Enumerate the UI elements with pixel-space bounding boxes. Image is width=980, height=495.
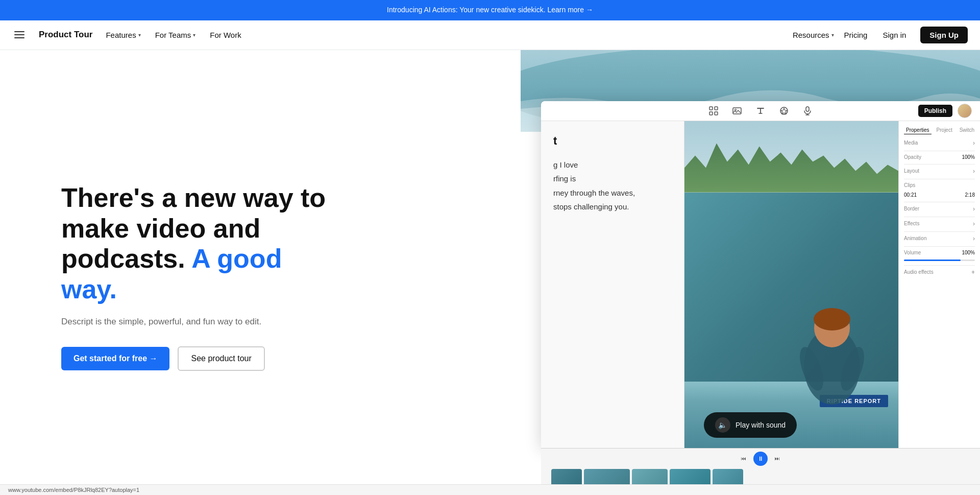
grid-icon[interactable] xyxy=(708,105,719,116)
divider-8 xyxy=(904,265,975,266)
props-volume-row: Volume 100% xyxy=(904,250,975,255)
hamburger-menu-button[interactable] xyxy=(12,29,27,40)
divider-6 xyxy=(904,231,975,232)
transcript-panel[interactable]: t g I love rfing is rney through the wav… xyxy=(541,121,684,448)
banner-learn-more-link[interactable]: Learn more → xyxy=(547,6,593,14)
properties-tab[interactable]: Properties xyxy=(904,126,932,134)
svg-rect-4 xyxy=(709,112,713,115)
layout-expand-icon[interactable]: › xyxy=(973,168,975,175)
nav-pricing-link[interactable]: Pricing xyxy=(843,29,869,41)
publish-button[interactable]: Publish xyxy=(918,105,952,117)
main-content: There's a new way to make video and podc… xyxy=(0,50,980,495)
get-started-button[interactable]: Get started for free → xyxy=(61,347,169,370)
hero-section: There's a new way to make video and podc… xyxy=(61,152,326,402)
svg-rect-3 xyxy=(715,107,718,110)
hero-heading-line4-blue: way. xyxy=(61,274,117,304)
props-opacity-row: Opacity 100% xyxy=(904,154,975,160)
transcript-line-4: stops challenging you. xyxy=(553,200,672,214)
hero-heading-line3-blue: A good xyxy=(191,244,282,273)
play-sound-label: Play with sound xyxy=(736,421,786,429)
editor-window: Publish t g I love rfing is rney through… xyxy=(541,101,980,448)
resources-chevron-icon: ▾ xyxy=(831,32,834,38)
features-chevron-icon: ▾ xyxy=(138,32,141,38)
hero-heading-line3-plain: podcasts. xyxy=(61,244,185,273)
svg-point-7 xyxy=(735,109,737,110)
hero-heading: There's a new way to make video and podc… xyxy=(61,183,326,305)
svg-rect-6 xyxy=(733,108,741,114)
divider-5 xyxy=(904,217,975,217)
for-teams-chevron-icon: ▾ xyxy=(193,32,195,38)
props-animation-row: Animation › xyxy=(904,235,975,242)
svg-rect-5 xyxy=(715,112,718,115)
divider-4 xyxy=(904,202,975,202)
text-icon[interactable] xyxy=(755,105,766,116)
navbar-left: Product Tour Features ▾ For Teams ▾ For … xyxy=(12,29,242,41)
shape-icon[interactable] xyxy=(778,105,790,116)
divider-2 xyxy=(904,164,975,164)
surfer-figure xyxy=(781,295,883,417)
signin-button[interactable]: Sign in xyxy=(876,28,912,42)
divider-7 xyxy=(904,246,975,247)
hero-heading-line1: There's a new way to xyxy=(61,183,326,213)
timeline-forward-button[interactable]: ⏭ xyxy=(772,453,783,464)
volume-bar[interactable] xyxy=(904,260,975,261)
user-avatar xyxy=(958,104,972,118)
nav-for-teams-link[interactable]: For Teams ▾ xyxy=(154,29,197,41)
timeline-pause-button[interactable]: ⏸ xyxy=(753,452,768,466)
hero-buttons: Get started for free → See product tour xyxy=(61,346,326,371)
divider-1 xyxy=(904,151,975,151)
props-clips-time-row: 00:21 2:18 xyxy=(904,192,975,198)
speaker-icon: 🔈 xyxy=(715,417,730,433)
svg-rect-2 xyxy=(709,107,713,110)
nav-for-work-link[interactable]: For Work xyxy=(209,29,242,41)
app-preview: Publish t g I love rfing is rney through… xyxy=(521,50,980,495)
transcript-char: t xyxy=(553,131,672,150)
nav-resources-link[interactable]: Resources ▾ xyxy=(792,29,835,41)
svg-rect-9 xyxy=(806,107,809,111)
signup-button[interactable]: Sign Up xyxy=(920,27,968,43)
browser-status-bar: www.youtube.com/embed/P8kJRlq82EY?autopl… xyxy=(0,484,980,495)
svg-point-12 xyxy=(814,308,850,331)
props-media-row: Media › xyxy=(904,139,975,147)
properties-panel: Properties Project Switch Media › Opacit… xyxy=(898,121,980,448)
transcript-line-3: rney through the waves, xyxy=(553,186,672,200)
nav-features-link[interactable]: Features ▾ xyxy=(105,29,141,41)
banner-text: Introducing AI Actions: Your new creativ… xyxy=(387,6,546,14)
editor-toolbar: Publish xyxy=(541,101,980,121)
animation-expand-icon[interactable]: › xyxy=(973,235,975,242)
navbar: Product Tour Features ▾ For Teams ▾ For … xyxy=(0,20,980,50)
project-tab[interactable]: Project xyxy=(935,126,954,134)
navbar-right: Resources ▾ Pricing Sign in Sign Up xyxy=(792,27,968,43)
video-thumbnail: RIPTIDE REPORT xyxy=(684,121,898,448)
editor-body: t g I love rfing is rney through the wav… xyxy=(541,121,980,448)
effects-expand-icon[interactable]: › xyxy=(973,220,975,227)
announcement-banner: Introducing AI Actions: Your new creativ… xyxy=(0,0,980,20)
play-with-sound-button[interactable]: 🔈 Play with sound xyxy=(704,412,797,438)
product-tour-nav-link[interactable]: Product Tour xyxy=(39,30,92,40)
props-tabs: Properties Project Switch xyxy=(904,126,975,134)
hero-subtext: Descript is the simple, powerful, and fu… xyxy=(61,315,326,328)
transcript-line-2: rfing is xyxy=(553,172,672,185)
video-preview-panel: RIPTIDE REPORT xyxy=(684,121,898,448)
switch-tab[interactable]: Switch xyxy=(958,126,976,134)
props-effects-row: Effects › xyxy=(904,220,975,227)
props-clips-row: Clips xyxy=(904,182,975,188)
timeline-controls: ⏮ ⏸ ⏭ xyxy=(541,449,980,469)
divider-3 xyxy=(904,179,975,179)
props-border-row: Border › xyxy=(904,205,975,213)
timeline-rewind-button[interactable]: ⏮ xyxy=(738,453,749,464)
hero-heading-line2: make video and xyxy=(61,214,260,243)
props-audio-effects-row: Audio effects + xyxy=(904,269,975,276)
audio-effects-expand-icon[interactable]: + xyxy=(971,269,975,276)
media-expand-icon[interactable]: › xyxy=(973,139,975,147)
image-icon[interactable] xyxy=(731,105,743,116)
see-product-tour-button[interactable]: See product tour xyxy=(178,346,264,371)
props-layout-row: Layout › xyxy=(904,168,975,175)
mic-icon[interactable] xyxy=(802,105,813,116)
transcript-line-1: g I love xyxy=(553,158,672,172)
toolbar-right-actions: Publish xyxy=(918,104,972,118)
status-url: www.youtube.com/embed/P8kJRlq82EY?autopl… xyxy=(8,487,139,493)
border-expand-icon[interactable]: › xyxy=(973,205,975,213)
